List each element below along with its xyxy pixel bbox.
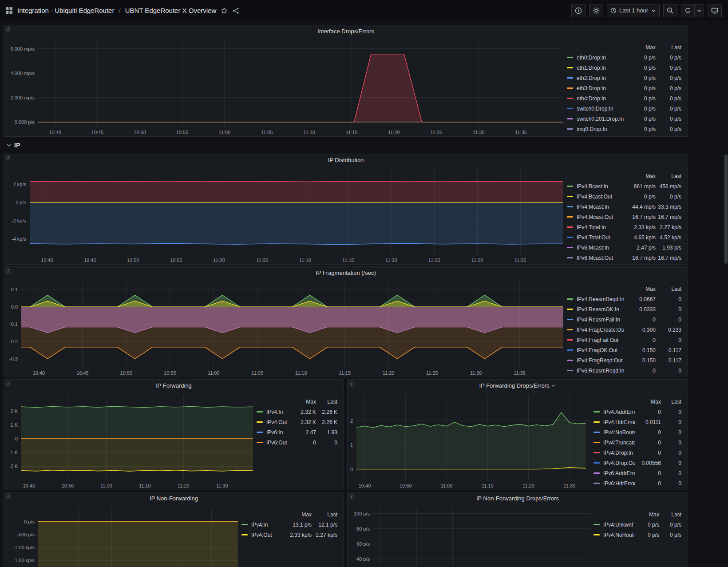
series-label[interactable]: IPv6:Mcast:In — [577, 245, 625, 251]
legend-sort-max[interactable]: Max — [634, 511, 659, 518]
panel-info-icon[interactable]: i — [5, 26, 11, 32]
series-label[interactable]: IPv6:Out — [266, 440, 292, 446]
share-icon[interactable] — [232, 7, 239, 14]
series-label[interactable]: IPv4:Drop:Out — [603, 460, 635, 466]
series-label[interactable]: IPv4:Bcast:Out — [577, 194, 625, 200]
series-label[interactable]: IPv4:In — [251, 522, 283, 528]
refresh-button[interactable] — [681, 4, 695, 17]
star-icon[interactable] — [221, 7, 228, 14]
legend-sort-last[interactable]: Last — [656, 44, 681, 51]
series-color-swatch — [567, 108, 573, 109]
series-label[interactable]: IPv4:Truncated:In — [603, 440, 635, 446]
series-label[interactable]: IPv4:FragCreate:Out — [577, 327, 625, 333]
row-toggle-ip[interactable]: IP — [4, 139, 724, 152]
panel-title[interactable]: Interface Drops/Errors — [4, 25, 688, 37]
series-label[interactable]: IPv6:HdrError:In — [603, 480, 635, 487]
legend-sort-last[interactable]: Last — [659, 511, 681, 518]
series-label[interactable]: IPv4:Total:In — [577, 224, 625, 230]
series-label[interactable]: IPv4:ReasmOK:In — [577, 306, 625, 313]
chart-area[interactable]: 10:4010:4510:5010:5511:0011:0511:1011:15… — [4, 166, 565, 264]
series-label[interactable]: IPv4:Out — [266, 419, 292, 425]
apps-grid-icon[interactable] — [5, 7, 13, 14]
scrollbar-thumb[interactable] — [724, 155, 728, 264]
dashboard-info-button[interactable] — [571, 4, 586, 17]
series-label[interactable]: IPv4:Total:Out — [577, 234, 625, 241]
series-label[interactable]: IPv6:Mcast:Out — [577, 255, 625, 261]
panel-info-icon[interactable]: i — [5, 155, 11, 161]
series-label[interactable]: eth4:Drop:In — [577, 95, 625, 102]
series-label[interactable]: switch0.201:Drop:In — [577, 116, 625, 122]
legend-sort-last[interactable]: Last — [312, 511, 337, 518]
series-label[interactable]: IPv4:FragReqd:Out — [577, 357, 625, 364]
dashboard-settings-button[interactable] — [589, 4, 603, 17]
legend-sort-last[interactable]: Last — [656, 286, 681, 292]
series-label[interactable]: IPv4:FragFail:Out — [577, 337, 625, 343]
panel-title[interactable]: IP Fragmentation (/sec) — [4, 267, 688, 278]
series-label[interactable]: IPv4:Drop:In — [603, 450, 635, 456]
panel-info-icon[interactable]: i — [5, 381, 11, 387]
series-label[interactable]: IPv4:UnkwnProto:In — [603, 522, 634, 528]
series-label[interactable]: eth2:Drop:In — [577, 75, 625, 81]
series-label[interactable]: imq0:Drop:In — [577, 126, 625, 132]
panel-title[interactable]: IP Non-Forwarding — [4, 492, 344, 504]
legend-sort-max[interactable]: Max — [283, 511, 312, 518]
series-last-value: 1.93 p/s — [656, 245, 681, 251]
time-picker-button[interactable]: Last 1 hour — [607, 4, 660, 17]
panel-info-icon[interactable]: i — [5, 268, 11, 274]
series-label[interactable]: IPv6:In — [266, 429, 292, 436]
panel-title[interactable]: IP Forwarding — [4, 380, 344, 391]
series-label[interactable]: eth3:Drop:In — [577, 85, 625, 91]
series-label[interactable]: IPv4:HdrError:In — [603, 419, 635, 425]
panel-info-icon[interactable]: i — [5, 493, 11, 500]
legend-row: IPv4:ReasmReqd:In0.06670 — [567, 294, 681, 304]
chart-area[interactable]: 10:4010:5011:0011:1011:2011:302 K1 K0-1 … — [4, 391, 255, 490]
series-label[interactable]: IPv4:Bcast:In — [577, 183, 625, 190]
series-label[interactable]: IPv4:Mcast:In — [577, 204, 625, 210]
series-label[interactable]: IPv4:AddrError:In — [603, 409, 635, 415]
series-label[interactable]: IPv4:ReasmReqd:In — [577, 296, 625, 302]
svg-text:-0.2: -0.2 — [9, 339, 18, 344]
series-label[interactable]: IPv4:NoRoute:In — [603, 429, 635, 436]
time-range-label: Last 1 hour — [619, 7, 648, 14]
chart-area[interactable]: 100 p/s80 p/s60 p/s40 p/s — [348, 504, 592, 567]
series-label[interactable]: IPv6:AddrError:In — [603, 470, 635, 476]
legend-sort-max[interactable]: Max — [625, 44, 656, 51]
legend-sort-max[interactable]: Max — [292, 399, 316, 405]
panel-info-icon[interactable]: i — [348, 381, 355, 387]
chart-area[interactable]: 10:4010:4510:5010:5511:0011:0511:1011:15… — [4, 37, 565, 136]
series-label[interactable]: IPv4:Mcast:Out — [577, 214, 625, 220]
panel-title[interactable]: IP Distribution — [4, 154, 688, 166]
zoom-out-button[interactable] — [663, 4, 677, 17]
legend-sort-max[interactable]: Max — [635, 399, 661, 405]
panel-menu-chevron-icon[interactable] — [551, 383, 556, 388]
panel-title[interactable]: IP Forwarding Drops/Errors — [348, 380, 688, 391]
chart-area[interactable]: 10:4010:5011:0011:1011:2011:30012 — [348, 391, 592, 490]
scrollbar[interactable] — [724, 21, 728, 567]
legend-sort-max[interactable]: Max — [625, 173, 656, 179]
svg-text:0 p/s: 0 p/s — [16, 200, 26, 205]
series-label[interactable]: IPv4:In — [266, 409, 292, 415]
series-label[interactable]: IPv4:FragOK:Out — [577, 347, 625, 353]
refresh-interval-dropdown[interactable] — [695, 4, 704, 17]
series-label[interactable]: eth1:Drop:In — [577, 65, 625, 71]
series-color-swatch — [567, 77, 573, 79]
legend-sort-last[interactable]: Last — [656, 173, 681, 179]
legend-sort-last[interactable]: Last — [316, 399, 337, 405]
panel-title[interactable]: IP Non-Forwarding Drops/Errors — [348, 492, 688, 504]
series-label[interactable]: IPv4:ReasmFail:In — [577, 317, 625, 323]
series-label[interactable]: IPv4:Out — [251, 532, 283, 538]
series-label[interactable]: switch0:Drop:In — [577, 106, 625, 112]
series-last-value: 0 — [656, 337, 681, 343]
chevron-down-icon — [696, 8, 702, 13]
series-label[interactable]: IPv6:ReasmReqd:In — [577, 368, 625, 374]
series-label[interactable]: IPv4:NoRoute:Out — [603, 532, 634, 538]
series-color-swatch — [593, 534, 600, 535]
chart-area[interactable]: 0 p/s-500 p/s-1.00 kp/s-1.50 kp/s — [4, 504, 240, 567]
chart-area[interactable]: 10:4010:4510:5010:5511:0011:0511:1011:15… — [4, 278, 565, 377]
kiosk-mode-button[interactable] — [708, 4, 722, 17]
breadcrumb-folder[interactable]: Integration - Ubiquiti EdgeRouter — [17, 7, 114, 14]
panel-info-icon[interactable]: i — [348, 493, 355, 500]
legend-sort-max[interactable]: Max — [625, 286, 656, 292]
legend-sort-last[interactable]: Last — [661, 399, 681, 405]
series-label[interactable]: eth0:Drop:In — [577, 55, 625, 61]
